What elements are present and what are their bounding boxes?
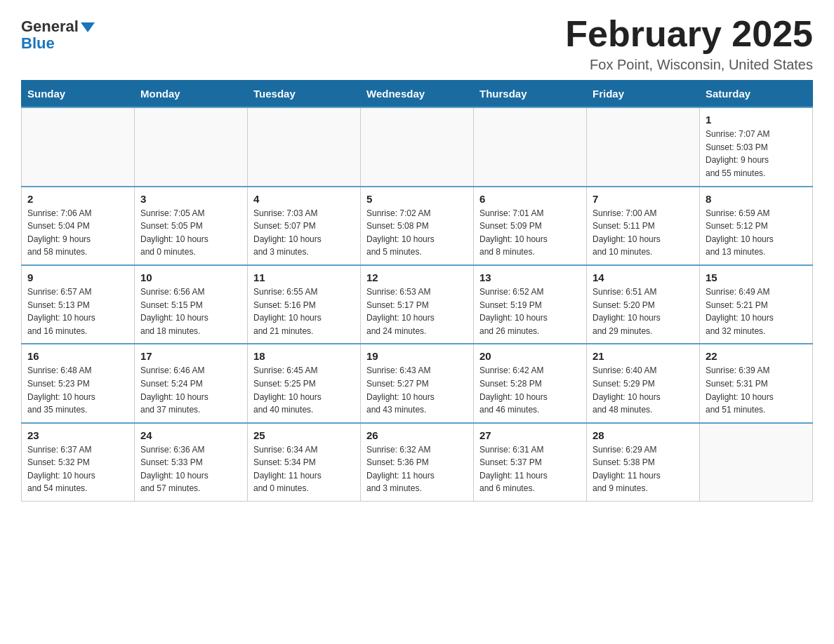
day-number: 25 (253, 429, 355, 441)
table-row: 19Sunrise: 6:43 AM Sunset: 5:27 PM Dayli… (361, 344, 474, 422)
table-row: 12Sunrise: 6:53 AM Sunset: 5:17 PM Dayli… (361, 265, 474, 344)
day-info: Sunrise: 6:59 AM Sunset: 5:12 PM Dayligh… (706, 207, 807, 259)
table-row: 5Sunrise: 7:02 AM Sunset: 5:08 PM Daylig… (361, 187, 474, 265)
day-info: Sunrise: 6:51 AM Sunset: 5:20 PM Dayligh… (593, 286, 694, 337)
col-wednesday: Wednesday (361, 81, 474, 108)
day-number: 18 (253, 350, 355, 362)
table-row (474, 107, 587, 186)
day-number: 21 (593, 350, 694, 362)
table-row: 21Sunrise: 6:40 AM Sunset: 5:29 PM Dayli… (587, 344, 700, 422)
day-info: Sunrise: 6:48 AM Sunset: 5:23 PM Dayligh… (27, 364, 128, 416)
day-info: Sunrise: 6:56 AM Sunset: 5:15 PM Dayligh… (140, 286, 241, 337)
day-number: 15 (706, 271, 807, 283)
day-number: 5 (366, 193, 468, 205)
table-row: 22Sunrise: 6:39 AM Sunset: 5:31 PM Dayli… (700, 344, 813, 422)
logo-general-text: General (21, 18, 79, 36)
logo-arrow-icon (81, 22, 95, 32)
table-row: 28Sunrise: 6:29 AM Sunset: 5:38 PM Dayli… (587, 423, 700, 502)
day-number: 12 (366, 271, 468, 283)
day-info: Sunrise: 7:06 AM Sunset: 5:04 PM Dayligh… (27, 207, 128, 259)
day-number: 1 (706, 114, 807, 126)
day-info: Sunrise: 6:36 AM Sunset: 5:33 PM Dayligh… (140, 443, 241, 495)
day-info: Sunrise: 7:00 AM Sunset: 5:11 PM Dayligh… (593, 207, 694, 259)
col-thursday: Thursday (474, 81, 587, 108)
table-row: 25Sunrise: 6:34 AM Sunset: 5:34 PM Dayli… (248, 423, 361, 502)
day-number: 22 (706, 350, 807, 362)
table-row: 23Sunrise: 6:37 AM Sunset: 5:32 PM Dayli… (22, 423, 135, 502)
day-number: 20 (479, 350, 581, 362)
table-row: 11Sunrise: 6:55 AM Sunset: 5:16 PM Dayli… (248, 265, 361, 344)
day-number: 10 (140, 271, 241, 283)
table-row: 14Sunrise: 6:51 AM Sunset: 5:20 PM Dayli… (587, 265, 700, 344)
table-row: 3Sunrise: 7:05 AM Sunset: 5:05 PM Daylig… (135, 187, 248, 265)
table-row: 27Sunrise: 6:31 AM Sunset: 5:37 PM Dayli… (474, 423, 587, 502)
day-number: 9 (27, 271, 128, 283)
title-section: February 2025 Fox Point, Wisconsin, Unit… (565, 14, 813, 73)
table-row (587, 107, 700, 186)
location-title: Fox Point, Wisconsin, United States (565, 57, 813, 73)
day-info: Sunrise: 6:37 AM Sunset: 5:32 PM Dayligh… (27, 443, 128, 495)
page-header: General Blue February 2025 Fox Point, Wi… (21, 14, 813, 73)
day-info: Sunrise: 7:02 AM Sunset: 5:08 PM Dayligh… (366, 207, 468, 259)
day-info: Sunrise: 6:31 AM Sunset: 5:37 PM Dayligh… (479, 443, 581, 495)
day-number: 19 (366, 350, 468, 362)
day-number: 8 (706, 193, 807, 205)
day-number: 28 (593, 429, 694, 441)
day-number: 14 (593, 271, 694, 283)
table-row (700, 423, 813, 502)
day-info: Sunrise: 6:55 AM Sunset: 5:16 PM Dayligh… (253, 286, 355, 337)
table-row: 1Sunrise: 7:07 AM Sunset: 5:03 PM Daylig… (700, 107, 813, 186)
day-number: 7 (593, 193, 694, 205)
day-info: Sunrise: 7:03 AM Sunset: 5:07 PM Dayligh… (253, 207, 355, 259)
day-info: Sunrise: 6:29 AM Sunset: 5:38 PM Dayligh… (593, 443, 694, 495)
logo-general: General (21, 18, 95, 36)
calendar-week-row: 16Sunrise: 6:48 AM Sunset: 5:23 PM Dayli… (22, 344, 813, 422)
day-info: Sunrise: 6:57 AM Sunset: 5:13 PM Dayligh… (27, 286, 128, 337)
col-sunday: Sunday (22, 81, 135, 108)
day-info: Sunrise: 6:39 AM Sunset: 5:31 PM Dayligh… (706, 364, 807, 416)
day-info: Sunrise: 6:49 AM Sunset: 5:21 PM Dayligh… (706, 286, 807, 337)
table-row (248, 107, 361, 186)
day-info: Sunrise: 6:40 AM Sunset: 5:29 PM Dayligh… (593, 364, 694, 416)
day-info: Sunrise: 6:34 AM Sunset: 5:34 PM Dayligh… (253, 443, 355, 495)
table-row: 9Sunrise: 6:57 AM Sunset: 5:13 PM Daylig… (22, 265, 135, 344)
day-number: 27 (479, 429, 581, 441)
table-row: 16Sunrise: 6:48 AM Sunset: 5:23 PM Dayli… (22, 344, 135, 422)
day-number: 26 (366, 429, 468, 441)
calendar-week-row: 23Sunrise: 6:37 AM Sunset: 5:32 PM Dayli… (22, 423, 813, 502)
calendar-week-row: 2Sunrise: 7:06 AM Sunset: 5:04 PM Daylig… (22, 187, 813, 265)
table-row: 20Sunrise: 6:42 AM Sunset: 5:28 PM Dayli… (474, 344, 587, 422)
day-number: 16 (27, 350, 128, 362)
day-number: 17 (140, 350, 241, 362)
day-number: 13 (479, 271, 581, 283)
table-row: 18Sunrise: 6:45 AM Sunset: 5:25 PM Dayli… (248, 344, 361, 422)
table-row: 7Sunrise: 7:00 AM Sunset: 5:11 PM Daylig… (587, 187, 700, 265)
day-number: 6 (479, 193, 581, 205)
logo: General Blue (21, 14, 95, 53)
day-info: Sunrise: 6:53 AM Sunset: 5:17 PM Dayligh… (366, 286, 468, 337)
table-row: 13Sunrise: 6:52 AM Sunset: 5:19 PM Dayli… (474, 265, 587, 344)
day-info: Sunrise: 6:45 AM Sunset: 5:25 PM Dayligh… (253, 364, 355, 416)
day-number: 2 (27, 193, 128, 205)
table-row: 15Sunrise: 6:49 AM Sunset: 5:21 PM Dayli… (700, 265, 813, 344)
table-row: 4Sunrise: 7:03 AM Sunset: 5:07 PM Daylig… (248, 187, 361, 265)
calendar-table: Sunday Monday Tuesday Wednesday Thursday… (21, 80, 813, 502)
table-row: 6Sunrise: 7:01 AM Sunset: 5:09 PM Daylig… (474, 187, 587, 265)
table-row: 10Sunrise: 6:56 AM Sunset: 5:15 PM Dayli… (135, 265, 248, 344)
col-monday: Monday (135, 81, 248, 108)
col-saturday: Saturday (700, 81, 813, 108)
col-tuesday: Tuesday (248, 81, 361, 108)
day-number: 24 (140, 429, 241, 441)
calendar-week-row: 1Sunrise: 7:07 AM Sunset: 5:03 PM Daylig… (22, 107, 813, 186)
day-info: Sunrise: 6:32 AM Sunset: 5:36 PM Dayligh… (366, 443, 468, 495)
day-info: Sunrise: 6:43 AM Sunset: 5:27 PM Dayligh… (366, 364, 468, 416)
day-info: Sunrise: 6:46 AM Sunset: 5:24 PM Dayligh… (140, 364, 241, 416)
table-row: 26Sunrise: 6:32 AM Sunset: 5:36 PM Dayli… (361, 423, 474, 502)
table-row (22, 107, 135, 186)
month-title: February 2025 (565, 14, 813, 54)
table-row: 2Sunrise: 7:06 AM Sunset: 5:04 PM Daylig… (22, 187, 135, 265)
day-number: 3 (140, 193, 241, 205)
table-row (135, 107, 248, 186)
table-row: 8Sunrise: 6:59 AM Sunset: 5:12 PM Daylig… (700, 187, 813, 265)
day-number: 11 (253, 271, 355, 283)
